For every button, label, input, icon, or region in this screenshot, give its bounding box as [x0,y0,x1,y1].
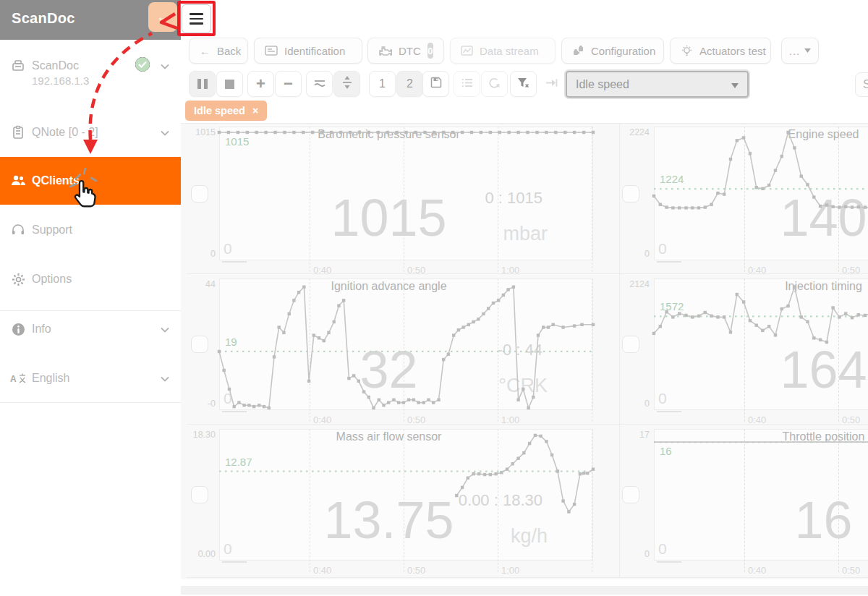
scandoc-app: ScanDoc ← ScanDoc 192.168.1.3 [0,0,868,596]
goto-end-button[interactable] [538,71,565,97]
dropdown-chevron-icon [804,48,811,53]
chart-checkbox[interactable] [622,185,639,203]
sidebar-item-label: English [32,372,69,385]
origin-underline [657,261,681,263]
gear-icon [10,273,26,286]
chart-series-svg [654,127,868,260]
select-value: Idle speed [576,78,629,91]
origin-underline [657,411,681,412]
chevron-down-icon[interactable] [161,59,169,72]
x-axis-tick-label: 0:40 [748,414,766,425]
back-arrow-icon: ← [200,45,210,57]
chevron-down-icon[interactable] [161,126,169,139]
stop-icon [225,80,234,89]
hamburger-menu-button[interactable] [182,4,211,33]
y-axis-max-label: 18.30 [172,430,216,440]
y-axis-max-label: 2124 [606,279,650,289]
plus-icon: + [256,76,265,92]
pause-icon [197,79,208,89]
save-button[interactable] [422,71,449,97]
sidebar: ScanDoc 192.168.1.3 QNote [0 - 2] [0,40,181,596]
svg-text:A: A [10,374,17,384]
y-axis-min-label: 0 [606,549,650,559]
clear-refresh-button[interactable] [481,71,508,97]
data-stream-button[interactable]: Data stream [450,38,556,64]
hamburger-icon [190,13,203,15]
translate-icon: A [10,372,26,384]
list-button[interactable] [454,71,480,97]
chart-checkbox[interactable] [622,486,639,503]
more-button[interactable]: ... [781,38,819,64]
data-line [456,435,593,512]
pause-button[interactable] [189,71,216,97]
sidebar-item-label: Support [32,224,72,237]
x-axis-tick-label: 0:40 [748,565,766,576]
zoom-out-button[interactable]: − [275,71,302,97]
chevron-down-icon[interactable] [161,372,169,385]
start-button-partial[interactable]: S [855,72,868,97]
layout-two-button[interactable]: 2 [396,71,423,97]
origin-underline [222,561,247,563]
chart-checkbox[interactable] [191,185,208,203]
dtc-button[interactable]: DTC 0 [367,38,444,64]
y-axis-min-label: 0 [606,399,650,409]
actuators-test-button[interactable]: Actuators test [670,38,771,64]
chart-checkbox[interactable] [191,336,208,353]
chart-series-svg [654,278,868,410]
sidebar-item-label: QNote [0 - 2] [32,126,98,139]
chevron-down-icon[interactable] [161,323,169,336]
sidebar-item-options[interactable]: Options [0,265,181,294]
chart-checkbox[interactable] [191,486,208,503]
zoom-in-button[interactable]: + [247,71,274,97]
back-button[interactable]: ← Back [189,38,248,64]
connected-status-icon [135,56,150,75]
back-arrow-icon: ← [156,9,169,25]
x-axis-tick-label: 0:40 [748,265,766,276]
sidebar-item-scandoc-device[interactable]: ScanDoc [0,51,181,80]
x-axis-tick-label: 0:50 [842,265,860,276]
engine-icon [378,46,392,56]
previous-menu-button-ghost: ← [148,2,177,32]
merge-curves-button[interactable] [306,71,333,97]
sidebar-item-language[interactable]: A English [0,364,181,393]
dropdown-chevron-icon [731,78,739,91]
x-axis-tick-label: 0:40 [313,414,331,425]
horizontal-scrollbar[interactable] [181,586,868,595]
configuration-button[interactable]: Configuration [561,38,664,64]
split-view-button[interactable] [333,71,360,97]
data-line [654,132,868,208]
chip-close-icon[interactable]: × [252,105,258,116]
app-title: ScanDoc [12,10,75,27]
stop-button[interactable] [216,71,243,97]
split-view-icon [342,76,352,92]
layout-one-button[interactable]: 1 [369,71,396,97]
x-axis-tick-label: 0:50 [407,414,425,425]
x-axis-tick-label: 1:00 [501,414,519,425]
x-axis-tick-label: 0:40 [313,265,331,276]
x-axis-tick-label: 0:50 [842,414,860,425]
x-axis-tick-label: 0:40 [313,565,331,576]
goto-end-icon [545,77,558,90]
sidebar-item-support[interactable]: Support [0,216,181,244]
sidebar-item-info[interactable]: Info [0,315,181,344]
clear-filter-button[interactable] [510,71,537,97]
origin-underline [657,561,681,563]
column-separator [619,123,620,577]
chart-series-svg [219,278,593,410]
bulb-icon [681,45,693,57]
row-separator [187,577,868,578]
identification-button[interactable]: Identification [254,38,362,64]
clear-refresh-icon [488,77,501,91]
sidebar-item-qnote[interactable]: QNote [0 - 2] [0,118,181,147]
filter-chip-idle-speed[interactable]: Idle speed × [185,101,267,121]
x-axis-tick-label: 1:00 [501,265,519,276]
y-axis-max-label: 1015 [172,127,216,137]
chart-series-svg [654,429,868,561]
sidebar-item-label: Options [32,273,72,286]
sidebar-item-qclients[interactable]: QClients [0,157,181,205]
identification-card-icon [265,46,278,56]
chart-checkbox[interactable] [622,336,639,353]
info-icon [10,323,26,336]
y-axis-min-label: 0.00 [172,549,216,559]
parameter-group-select[interactable]: Idle speed [566,71,749,98]
